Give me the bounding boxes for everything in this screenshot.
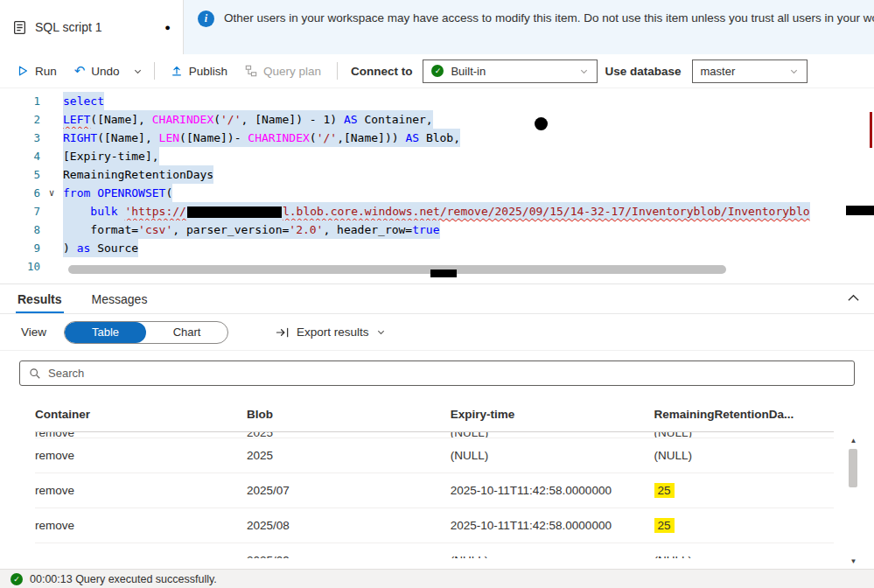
code-token: , header_row= — [323, 223, 412, 236]
query-plan-button[interactable]: Query plan — [237, 60, 329, 82]
table-row[interactable]: remove2025(NULL)(NULL) — [35, 432, 834, 438]
code-line[interactable]: 4[Expiry-time], — [0, 147, 874, 165]
toggle-table[interactable]: Table — [65, 322, 146, 343]
code-text: RemainingRetentionDays — [63, 165, 213, 184]
toggle-chart[interactable]: Chart — [146, 322, 227, 343]
code-text: bulk 'https://l.blob.core.windows.net/re… — [63, 202, 810, 220]
editor-horizontal-scrollbar[interactable] — [68, 265, 726, 274]
code-line[interactable]: 1select — [0, 92, 874, 110]
table-cell: (NULL) — [654, 438, 834, 472]
line-number: 6 — [0, 184, 40, 202]
scrollbar-thumb[interactable] — [849, 449, 857, 487]
column-header[interactable]: Blob — [247, 408, 451, 421]
run-label: Run — [35, 65, 57, 78]
code-token: from — [63, 186, 90, 200]
scroll-up-icon[interactable]: ▲ — [847, 435, 860, 446]
line-number: 10 — [0, 257, 40, 276]
toolbar-separator — [337, 62, 338, 80]
code-line[interactable]: 5RemainingRetentionDays — [0, 165, 874, 184]
code-line[interactable]: 9) as Source — [0, 239, 874, 257]
code-token: '2.0' — [289, 223, 323, 236]
code-line[interactable]: 6∨from OPENROWSET( — [0, 184, 874, 202]
code-token: [Expiry-time], — [63, 150, 159, 163]
table-cell: (NULL) — [451, 543, 654, 558]
connect-to-dropdown[interactable]: ✓ Built-in — [423, 60, 598, 83]
code-line[interactable]: 7 bulk 'https://l.blob.core.windows.net/… — [0, 202, 874, 220]
undo-redo-dropdown[interactable] — [129, 62, 146, 80]
column-header[interactable]: Container — [35, 408, 247, 421]
chevron-down-icon — [789, 66, 799, 76]
code-token: as — [77, 242, 91, 255]
code-token: bulk — [90, 205, 117, 218]
code-line[interactable]: 3RIGHT([Name], LEN([Name])- CHARINDEX('/… — [0, 129, 874, 147]
code-token: '/' — [317, 131, 337, 144]
overview-ruler-error-mark — [870, 112, 872, 148]
publish-button[interactable]: Publish — [163, 60, 235, 82]
results-tabbar: Results Messages — [0, 284, 874, 314]
code-line[interactable]: 8 format='csv', parser_version='2.0', he… — [0, 220, 874, 239]
table-cell: (NULL) — [654, 432, 834, 437]
code-token: l.blob.core.windows.net/remove/2025/09/1… — [283, 205, 810, 218]
vertical-scrollbar[interactable]: ▲ ▼ — [847, 435, 860, 567]
publish-label: Publish — [189, 65, 227, 78]
code-token: ) — [63, 242, 77, 255]
success-icon: ✓ — [10, 573, 23, 585]
table-cell: remove — [35, 543, 247, 558]
use-database-dropdown[interactable]: master — [692, 60, 808, 83]
table-cell: 2025-10-11T11:42:58.0000000 — [451, 473, 654, 508]
code-token: Container, — [358, 113, 433, 126]
collapse-panel-button[interactable] — [847, 292, 860, 304]
table-row[interactable]: remove2025/09(NULL)(NULL) — [35, 543, 834, 558]
info-banner: i Other users in your workspace may have… — [184, 0, 874, 54]
toolbar-separator — [154, 62, 155, 80]
table-cell: (NULL) — [451, 432, 654, 437]
code-token: 'csv' — [138, 223, 172, 236]
redaction-bar — [846, 206, 874, 215]
code-token: format= — [90, 223, 138, 236]
export-results-button[interactable]: Export results — [276, 326, 386, 339]
redaction-box — [187, 206, 282, 218]
tab-sql-script-1[interactable]: SQL script 1 ● — [0, 0, 184, 54]
code-editor[interactable]: 1select2LEFT([Name], CHARINDEX('/', [Nam… — [0, 88, 874, 284]
line-number: 1 — [0, 92, 40, 110]
code-token: , [Name]) - 1) — [241, 113, 344, 126]
run-button[interactable]: Run — [9, 60, 65, 82]
fold-spacer — [40, 92, 63, 110]
banner-text: Other users in your workspace may have a… — [224, 10, 874, 28]
highlighted-value: 25 — [654, 518, 675, 533]
tab-results[interactable]: Results — [16, 286, 64, 313]
code-token: CHARINDEX — [152, 113, 213, 126]
table-cell: 2025 — [247, 432, 451, 437]
line-number: 4 — [0, 147, 40, 165]
fold-spacer — [40, 257, 63, 276]
toolbar: Run ↶ Undo Publish Query plan Connect to… — [0, 54, 874, 88]
code-token: LEFT — [63, 113, 90, 126]
fold-spacer — [40, 165, 63, 184]
code-token: select — [63, 94, 104, 108]
search-box[interactable] — [19, 360, 855, 386]
undo-button[interactable]: ↶ Undo — [66, 60, 128, 82]
code-token: '/' — [220, 113, 241, 126]
code-line[interactable]: 2LEFT([Name], CHARINDEX('/', [Name]) - 1… — [0, 110, 874, 129]
column-header[interactable]: Expiry-time — [451, 408, 654, 421]
connect-to-value: Built-in — [451, 65, 572, 78]
table-cell: 2025-10-11T11:42:58.0000000 — [451, 508, 654, 542]
table-row[interactable]: remove2025(NULL)(NULL) — [35, 438, 834, 473]
search-input[interactable] — [48, 367, 845, 380]
code-token: AS — [344, 113, 358, 126]
scroll-down-icon[interactable]: ▼ — [847, 556, 860, 567]
code-text: ) as Source — [63, 239, 138, 257]
table-row[interactable]: remove2025/082025-10-11T11:42:58.0000000… — [35, 508, 834, 543]
table-row[interactable]: remove2025/072025-10-11T11:42:58.0000000… — [35, 473, 834, 508]
fold-spacer — [40, 110, 63, 129]
results-rows: remove2025(NULL)(NULL)remove2025(NULL)(N… — [35, 432, 834, 558]
unsaved-indicator: ● — [164, 22, 171, 32]
status-text: 00:00:13 Query executed successfully. — [30, 573, 217, 585]
column-header[interactable]: RemainingRetentionDa... — [654, 408, 834, 421]
fold-arrow-icon[interactable]: ∨ — [40, 184, 63, 202]
code-token: ( — [213, 113, 220, 126]
results-table: ContainerBlobExpiry-timeRemainingRetenti… — [0, 396, 874, 569]
tab-messages[interactable]: Messages — [90, 286, 150, 313]
code-token: ([Name])- — [179, 131, 248, 144]
code-token: LEN — [159, 131, 179, 144]
